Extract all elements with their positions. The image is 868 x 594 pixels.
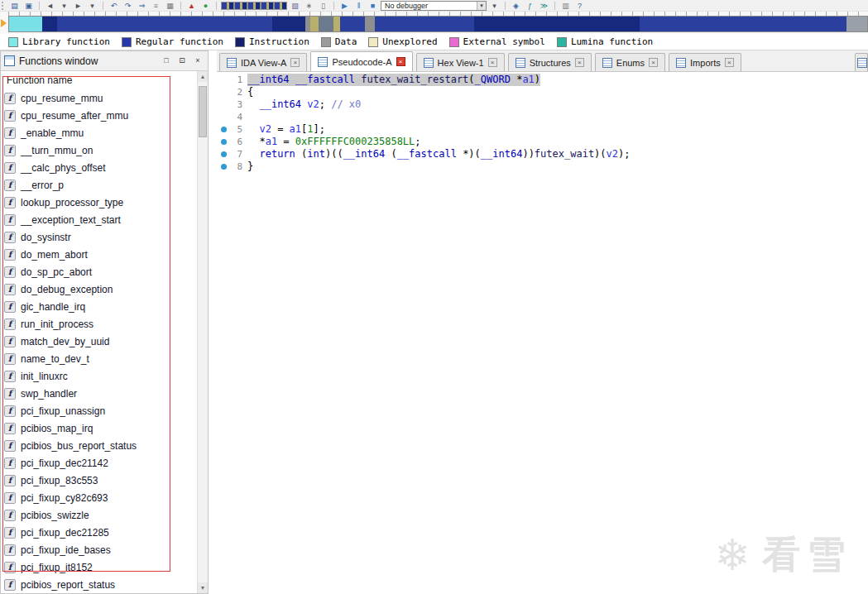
function-list-item[interactable]: fpci_fixup_it8152	[1, 558, 197, 576]
code-text[interactable]: __int64 v2; // x0	[247, 98, 361, 111]
open-file-icon[interactable]: ▤	[8, 1, 21, 11]
function-list-item[interactable]: flookup_processor_type	[1, 194, 197, 211]
tab-close-icon[interactable]: ×	[396, 57, 405, 66]
tab-overflow[interactable]	[855, 53, 868, 71]
function-list-item[interactable]: fpci_fixup_cy82c693	[1, 489, 197, 506]
debugger-stop-icon[interactable]: ■	[367, 1, 379, 11]
debugger-options-dropdown[interactable]: ▾	[488, 1, 501, 11]
scroll-down-icon[interactable]: ▼	[198, 582, 208, 593]
function-list-item[interactable]: fpcibios_bus_report_status	[1, 437, 197, 454]
debugger-select[interactable]: No debugger▾	[381, 1, 487, 11]
function-list-item[interactable]: fpcibios_map_irq	[1, 419, 197, 437]
function-list-item[interactable]: fpci_fixup_dec21142	[1, 454, 197, 472]
tab-close-icon[interactable]: ×	[649, 58, 658, 67]
function-list-item[interactable]: fdo_sysinstr	[1, 228, 197, 246]
problem-list-icon[interactable]: ▲	[185, 1, 198, 11]
tab-structures[interactable]: Structures×	[508, 53, 592, 71]
tab-imports[interactable]: Imports×	[669, 53, 741, 71]
tab-close-icon[interactable]: ×	[488, 58, 497, 67]
code-text[interactable]: }	[247, 160, 253, 173]
tab-close-icon[interactable]: ×	[575, 58, 584, 67]
function-list-item[interactable]: fpci_fixup_unassign	[1, 402, 197, 419]
function-list-item[interactable]: f__error_p	[1, 176, 197, 194]
function-list-item[interactable]: f__exception_text_start	[1, 211, 197, 228]
code-token: 1	[307, 123, 313, 135]
snapshot-icon[interactable]: ▯	[317, 1, 329, 11]
toolbar-drag-handle[interactable]	[2, 2, 5, 10]
function-name-column-header[interactable]: Function name	[1, 71, 208, 89]
attach-process-icon[interactable]: ◈	[510, 1, 522, 11]
navigate-forward-icon[interactable]: ►	[72, 1, 84, 11]
functions-window-titlebar[interactable]: Functions window □ ⊡ ×	[1, 51, 208, 71]
jump-to-address-icon[interactable]: ⇒	[136, 1, 148, 11]
function-list-item[interactable]: fswp_handler	[1, 385, 197, 402]
script-command-icon[interactable]: ƒ	[524, 1, 536, 11]
function-list-item[interactable]: fcpu_resume_mmu	[1, 89, 197, 107]
code-text[interactable]: return (int)((__int64 (__fastcall *)(__i…	[247, 148, 630, 160]
code-token: v2	[607, 148, 618, 160]
function-list-item[interactable]: fname_to_dev_t	[1, 350, 197, 367]
function-list-item[interactable]: fpci_fixup_83c553	[1, 472, 197, 489]
undo-icon[interactable]: ↶	[108, 1, 120, 11]
function-list-item[interactable]: fcpu_resume_after_mmu	[1, 107, 197, 124]
tab-hex-view-1[interactable]: Hex View-1×	[416, 53, 505, 71]
cross-references-icon[interactable]: ≡	[150, 1, 162, 11]
desktop-layout-icon[interactable]: ▧	[289, 1, 301, 11]
line-marker-dot[interactable]	[221, 139, 227, 145]
tab-pseudocode-a[interactable]: Pseudocode-A×	[310, 51, 412, 71]
scrollbar-thumb[interactable]	[199, 86, 207, 137]
function-list-item[interactable]: finit_linuxrc	[1, 367, 197, 385]
function-name: pcibios_report_status	[21, 579, 115, 591]
function-list-item[interactable]: fpci_fixup_dec21285	[1, 524, 197, 541]
tab-ida-view-a[interactable]: IDA View-A×	[219, 53, 307, 71]
function-list-item[interactable]: fgic_handle_irq	[1, 298, 197, 315]
overview-mini-band[interactable]	[221, 2, 287, 10]
tab-close-icon[interactable]: ×	[290, 58, 300, 67]
redo-icon[interactable]: ↷	[122, 1, 134, 11]
restore-button[interactable]: □	[160, 55, 173, 67]
band-position-marker[interactable]	[1, 19, 7, 27]
back-history-dropdown[interactable]: ▾	[58, 1, 70, 11]
float-button[interactable]: ⊡	[175, 55, 189, 67]
help-icon[interactable]: ?	[573, 1, 586, 11]
patch-bytes-icon[interactable]: ▦	[164, 1, 176, 11]
tab-enums[interactable]: Enums×	[595, 53, 665, 71]
function-icon: f	[4, 371, 16, 382]
code-text[interactable]: {	[247, 86, 253, 98]
function-list-item[interactable]: fdo_debug_exception	[1, 280, 197, 298]
code-token: _QWORD	[475, 74, 511, 85]
combo-dropdown-icon[interactable]: ▾	[477, 2, 486, 10]
scroll-up-icon[interactable]: ▲	[198, 71, 208, 82]
python-console-icon[interactable]: ≫	[538, 1, 550, 11]
code-token: v2	[307, 98, 319, 110]
line-marker-dot[interactable]	[221, 151, 227, 157]
debugger-start-icon[interactable]: ▶	[338, 1, 351, 11]
code-text[interactable]: __int64 __fastcall futex_wait_restart(_Q…	[247, 74, 540, 86]
code-text[interactable]: *a1 = 0xFFFFFFC000235858LL;	[247, 136, 421, 148]
debugger-pause-icon[interactable]: ‖	[352, 1, 365, 11]
close-button[interactable]: ×	[191, 55, 204, 67]
line-marker-dot[interactable]	[221, 127, 227, 132]
function-list-item[interactable]: frun_init_process	[1, 315, 197, 333]
function-list-item[interactable]: f_enable_mmu	[1, 124, 197, 141]
window-list-icon[interactable]: ▥	[559, 1, 572, 11]
function-list-item[interactable]: fmatch_dev_by_uuid	[1, 333, 197, 350]
save-icon[interactable]: ▣	[22, 1, 35, 11]
line-marker-dot[interactable]	[221, 164, 227, 170]
navigate-back-icon[interactable]: ◄	[44, 1, 56, 11]
function-list-item[interactable]: fpci_fixup_ide_bases	[1, 541, 197, 558]
options-icon[interactable]: ∗	[303, 1, 315, 11]
forward-history-dropdown[interactable]: ▾	[86, 1, 98, 11]
function-list-item[interactable]: fdo_mem_abort	[1, 246, 197, 263]
function-list-item[interactable]: f__calc_phys_offset	[1, 159, 197, 176]
tab-close-icon[interactable]: ×	[725, 58, 734, 67]
function-list-item[interactable]: fpcibios_swizzle	[1, 506, 197, 524]
function-list-item[interactable]: fdo_sp_pc_abort	[1, 263, 197, 280]
code-text[interactable]: v2 = a1[1];	[247, 123, 325, 136]
toolbar-separator	[103, 2, 103, 10]
lumina-icon[interactable]: ●	[199, 1, 212, 11]
functions-scrollbar[interactable]: ▲ ▼	[197, 71, 208, 593]
function-list-item[interactable]: f__turn_mmu_on	[1, 141, 197, 159]
navigation-band[interactable]	[8, 16, 868, 32]
function-list-item[interactable]: fpcibios_report_status	[1, 576, 197, 593]
